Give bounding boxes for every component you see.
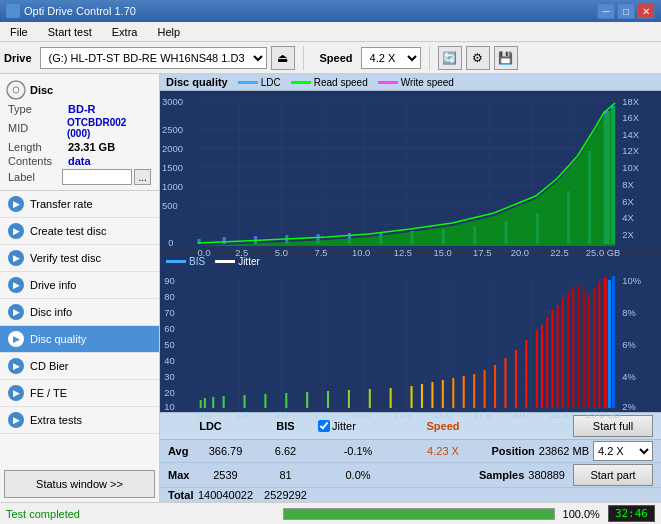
sidebar: Disc Type BD-R MID OTCBDR002 (000) Lengt… [0, 74, 160, 502]
svg-text:5.0: 5.0 [275, 248, 288, 258]
status-window-button[interactable]: Status window >> [4, 470, 155, 498]
total-label: Total [168, 489, 198, 501]
sidebar-item-extra-tests[interactable]: ▶ Extra tests [0, 407, 159, 434]
svg-rect-88 [244, 395, 246, 408]
settings-button[interactable]: ⚙ [466, 46, 490, 70]
svg-text:2000: 2000 [162, 144, 183, 154]
svg-text:10.0: 10.0 [352, 410, 370, 418]
progress-percent: 100.0% [563, 508, 600, 520]
sidebar-item-transfer-rate[interactable]: ▶ Transfer rate [0, 191, 159, 218]
eject-button[interactable]: ⏏ [271, 46, 295, 70]
titlebar-controls: ─ □ ✕ [597, 3, 655, 19]
minimize-button[interactable]: ─ [597, 3, 615, 19]
disc-type-row: Type BD-R [4, 102, 155, 116]
start-part-button[interactable]: Start part [573, 464, 653, 486]
disc-info-label: Disc info [30, 306, 72, 318]
svg-rect-109 [541, 325, 543, 408]
svg-text:0.0: 0.0 [198, 248, 211, 258]
svg-text:5.0: 5.0 [275, 410, 288, 418]
sidebar-item-disc-quality[interactable]: ▶ Disc quality [0, 326, 159, 353]
progress-bar-container [283, 508, 554, 520]
menu-start-test[interactable]: Start test [42, 24, 98, 40]
svg-text:25.0 GB: 25.0 GB [586, 410, 620, 418]
svg-rect-103 [484, 370, 486, 408]
svg-rect-122 [608, 280, 611, 408]
save-button[interactable]: 💾 [494, 46, 518, 70]
svg-text:12X: 12X [622, 146, 639, 156]
svg-rect-114 [567, 292, 569, 408]
cd-bier-label: CD Bier [30, 360, 69, 372]
sidebar-item-disc-info[interactable]: ▶ Disc info [0, 299, 159, 326]
jitter-checkbox[interactable] [318, 420, 330, 432]
menu-file[interactable]: File [4, 24, 34, 40]
titlebar: Opti Drive Control 1.70 ─ □ ✕ [0, 0, 661, 22]
svg-text:2.5: 2.5 [235, 248, 248, 258]
maximize-button[interactable]: □ [617, 3, 635, 19]
close-button[interactable]: ✕ [637, 3, 655, 19]
svg-text:12.5: 12.5 [394, 410, 412, 418]
ldc-header: LDC [168, 420, 253, 432]
drive-label: Drive [4, 52, 32, 64]
svg-rect-105 [504, 358, 506, 408]
transfer-rate-label: Transfer rate [30, 198, 93, 210]
extra-tests-icon: ▶ [8, 412, 24, 428]
status-text: Test completed [6, 508, 275, 520]
svg-rect-101 [463, 376, 465, 408]
samples-label: Samples [479, 469, 524, 481]
svg-rect-123 [612, 276, 615, 408]
app-title: Opti Drive Control 1.70 [24, 5, 136, 17]
svg-text:17.5: 17.5 [473, 410, 491, 418]
chart2-svg: 90 80 70 60 50 40 30 20 10 10% 8% 6% 4% … [160, 270, 661, 418]
svg-rect-102 [473, 374, 475, 408]
svg-rect-92 [327, 391, 329, 408]
max-label: Max [168, 469, 198, 481]
label-input[interactable] [62, 169, 132, 185]
sidebar-item-create-test-disc[interactable]: ▶ Create test disc [0, 218, 159, 245]
label-browse-button[interactable]: ... [134, 169, 151, 185]
svg-text:60: 60 [164, 324, 174, 334]
svg-rect-98 [431, 382, 433, 408]
drive-select[interactable]: (G:) HL-DT-ST BD-RE WH16NS48 1.D3 [40, 47, 267, 69]
sidebar-item-cd-bier[interactable]: ▶ CD Bier [0, 353, 159, 380]
svg-text:4%: 4% [622, 372, 636, 382]
speed-select[interactable]: 4.2 X [361, 47, 421, 69]
svg-text:22.5: 22.5 [550, 248, 568, 258]
write-speed-label: Write speed [401, 77, 454, 88]
speed-dropdown[interactable]: 4.2 X [593, 441, 653, 461]
menu-help[interactable]: Help [151, 24, 186, 40]
menu-extra[interactable]: Extra [106, 24, 144, 40]
svg-rect-90 [285, 393, 287, 408]
drive-info-label: Drive info [30, 279, 76, 291]
svg-text:6X: 6X [622, 197, 633, 207]
right-stats-panel: Position 23862 MB 4.2 X [488, 441, 653, 461]
menubar: File Start test Extra Help [0, 22, 661, 42]
svg-rect-87 [223, 396, 225, 408]
type-value: BD-R [68, 103, 96, 115]
mid-value: OTCBDR002 (000) [67, 117, 151, 139]
nav-items: ▶ Transfer rate ▶ Create test disc ▶ Ver… [0, 191, 159, 466]
sidebar-item-fe-te[interactable]: ▶ FE / TE [0, 380, 159, 407]
avg-label: Avg [168, 445, 198, 457]
sidebar-item-verify-test-disc[interactable]: ▶ Verify test disc [0, 245, 159, 272]
avg-bis: 6.62 [253, 445, 318, 457]
start-full-button[interactable]: Start full [573, 415, 653, 437]
scan-button[interactable]: 🔄 [438, 46, 462, 70]
mid-label: MID [8, 122, 67, 134]
svg-text:8%: 8% [622, 308, 636, 318]
read-speed-color [291, 81, 311, 84]
svg-rect-89 [264, 394, 266, 408]
contents-value: data [68, 155, 91, 167]
svg-text:30: 30 [164, 372, 174, 382]
app-icon [6, 4, 20, 18]
stats-max-row: Max 2539 81 0.0% Samples 380889 Start pa… [160, 463, 661, 488]
svg-rect-86 [212, 397, 214, 408]
position-row: Position 23862 MB 4.2 X [491, 441, 653, 461]
svg-point-0 [7, 81, 25, 99]
svg-text:10%: 10% [622, 276, 641, 286]
svg-text:3000: 3000 [162, 97, 183, 107]
disc-contents-row: Contents data [4, 154, 155, 168]
chart1-title: Disc quality [166, 76, 228, 88]
sidebar-item-drive-info[interactable]: ▶ Drive info [0, 272, 159, 299]
svg-text:7.5: 7.5 [314, 248, 327, 258]
position-value: 23862 MB [539, 445, 589, 457]
